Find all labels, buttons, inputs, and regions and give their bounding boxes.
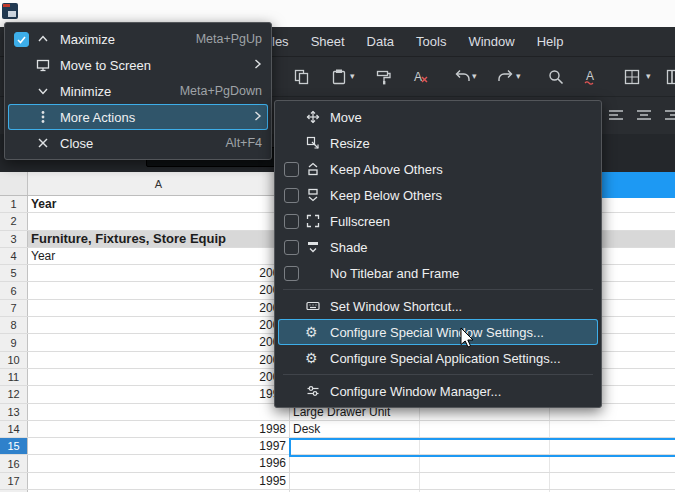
menu-tools[interactable]: Tools [416,34,446,49]
borders-dropdown-icon[interactable]: ▾ [646,71,651,81]
row-header[interactable]: 5 [0,265,28,281]
find-replace-icon[interactable] [544,65,568,89]
cell-a1[interactable]: Year [28,196,290,212]
menu-styles-partial[interactable]: les [272,34,289,49]
menu-help[interactable]: Help [537,34,564,49]
cell-a12[interactable]: 1999 [28,386,290,402]
cell-b14[interactable]: Desk [290,421,420,437]
row-header-selected[interactable]: 15 [0,438,28,454]
menu-item-move-to-screen[interactable]: Move to Screen [8,52,268,78]
column-header-a[interactable]: A [28,172,290,195]
cell-a10[interactable]: 2001 [28,352,290,368]
cell-a7[interactable]: 2004 [28,300,290,316]
cell[interactable] [420,421,550,437]
table-row: 171995 [0,473,675,490]
row-header[interactable]: 14 [0,421,28,437]
menu-sheet[interactable]: Sheet [311,34,345,49]
row-header[interactable]: 13 [0,404,28,420]
undo-icon[interactable] [450,65,474,89]
cell-a17[interactable]: 1995 [28,473,290,489]
cell-a8[interactable]: 2003 [28,317,290,333]
cell-a2[interactable] [28,213,290,229]
cell[interactable] [550,473,675,489]
copy-icon[interactable] [290,65,314,89]
cell-a9[interactable]: 2002 [28,334,290,350]
clone-formatting-icon[interactable] [372,65,396,89]
menu-item-fullscreen[interactable]: Fullscreen [278,208,598,234]
cell-a3-title[interactable]: Furniture, Fixtures, Store Equip [28,231,290,247]
row-header[interactable]: 9 [0,334,28,350]
cell[interactable] [550,455,675,471]
move-to-screen-icon [35,57,60,73]
menu-item-move[interactable]: Move [278,104,598,130]
keep-above-checkbox[interactable] [284,162,299,177]
paste-dropdown-icon[interactable]: ▾ [350,71,355,81]
shade-checkbox[interactable] [284,240,299,255]
cell-a13[interactable] [28,404,290,420]
row-header[interactable]: 11 [0,369,28,385]
cell-a4[interactable]: Year [28,248,290,264]
svg-text:A: A [586,69,594,83]
select-all-corner[interactable] [0,172,28,195]
menu-data[interactable]: Data [367,34,394,49]
row-header[interactable]: 2 [0,213,28,229]
undo-dropdown-icon[interactable]: ▾ [472,71,477,81]
row-header[interactable]: 3 [0,231,28,247]
clear-direct-formatting-icon[interactable]: A [408,65,432,89]
align-right-icon[interactable] [660,103,675,127]
menu-item-maximize[interactable]: Maximize Meta+PgUp [8,26,268,52]
cell-a5[interactable]: 2006 [28,265,290,281]
more-actions-submenu: Move Resize Keep Above Others Keep Below… [274,100,602,408]
row-header[interactable]: 1 [0,196,28,212]
menu-item-resize[interactable]: Resize [278,130,598,156]
cell-a6[interactable]: 2005 [28,282,290,298]
menu-item-close[interactable]: Close Alt+F4 [8,130,268,156]
menu-item-configure-special-application-settings[interactable]: ⚙ Configure Special Application Settings… [278,345,598,371]
submenu-arrow-icon [250,110,262,125]
cell[interactable] [420,473,550,489]
cell[interactable] [290,473,420,489]
selected-column-header-highlight[interactable] [598,172,675,198]
row-header[interactable]: 4 [0,248,28,264]
menu-item-configure-special-window-settings[interactable]: ⚙ Configure Special Window Settings... [278,319,598,345]
cell-a16[interactable]: 1996 [28,455,290,471]
paste-icon[interactable] [327,65,351,89]
row-header[interactable]: 7 [0,300,28,316]
menu-item-set-window-shortcut[interactable]: Set Window Shortcut... [278,293,598,319]
selection-outline [289,438,675,457]
menu-separator [283,289,593,290]
menu-item-keep-below-others[interactable]: Keep Below Others [278,182,598,208]
row-header[interactable]: 6 [0,282,28,298]
maximize-checkbox[interactable] [14,32,29,47]
keep-below-checkbox[interactable] [284,188,299,203]
cell-a15[interactable]: 1997 [28,438,290,454]
cell-a11[interactable]: 2000 [28,369,290,385]
app-window-icon[interactable] [2,3,18,19]
row-header[interactable]: 10 [0,352,28,368]
fullscreen-checkbox[interactable] [284,214,299,229]
row-header[interactable]: 16 [0,455,28,471]
redo-dropdown-icon[interactable]: ▾ [516,71,521,81]
cell-a14[interactable]: 1998 [28,421,290,437]
menu-item-no-titlebar-and-frame[interactable]: No Titlebar and Frame [278,260,598,286]
align-left-icon[interactable] [604,103,628,127]
spelling-icon[interactable]: A [579,65,603,89]
menu-item-more-actions[interactable]: More Actions [8,104,268,130]
menu-item-shade[interactable]: Shade [278,234,598,260]
borders-icon[interactable] [620,65,644,89]
cell[interactable] [290,455,420,471]
menu-item-minimize[interactable]: Minimize Meta+PgDown [8,78,268,104]
redo-icon[interactable] [494,65,518,89]
menu-item-configure-window-manager[interactable]: Configure Window Manager... [278,378,598,404]
menu-item-keep-above-others[interactable]: Keep Above Others [278,156,598,182]
freeze-panes-icon[interactable] [662,65,675,89]
row-header[interactable]: 12 [0,386,28,402]
menu-item-label: No Titlebar and Frame [330,266,592,281]
no-titlebar-checkbox[interactable] [284,266,299,281]
menu-window[interactable]: Window [468,34,514,49]
row-header[interactable]: 8 [0,317,28,333]
row-header[interactable]: 17 [0,473,28,489]
cell[interactable] [420,455,550,471]
align-center-icon[interactable] [632,103,656,127]
cell[interactable] [550,421,675,437]
